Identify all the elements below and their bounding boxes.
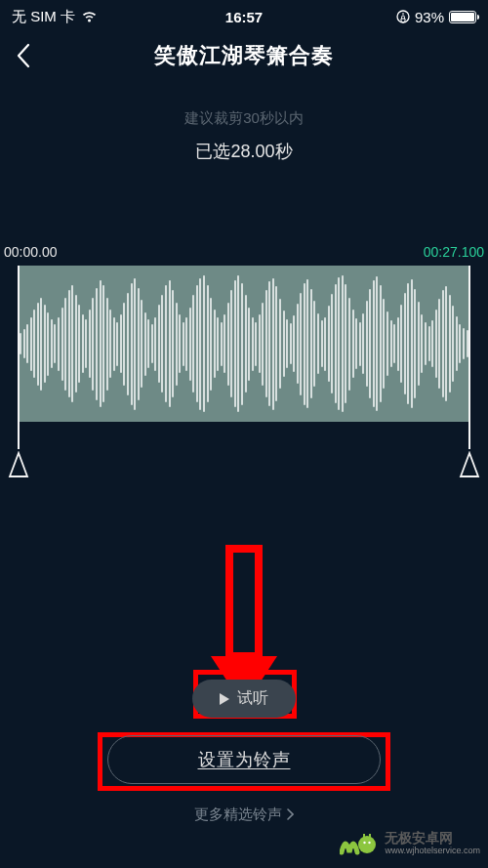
page-title: 笑傲江湖琴箫合奏 [154,41,334,70]
status-time: 16:57 [225,9,263,25]
watermark-cn: 无极安卓网 [385,831,480,846]
svg-rect-3 [363,834,365,839]
controls-area: 试听 设置为铃声 更多精选铃声 [0,680,488,824]
audio-editor: 00:00.00 00:27.100 [0,266,488,422]
status-left-group: 无 SIM 卡 [12,8,98,26]
battery-icon [449,11,476,23]
wifi-icon [81,11,98,23]
carrier-text: 无 SIM 卡 [12,8,75,26]
chevron-right-icon [286,806,294,823]
set-ringtone-button[interactable]: 设置为铃声 [107,735,381,784]
timeline-start: 00:00.00 [4,244,58,260]
selected-duration: 已选28.00秒 [0,140,488,163]
status-bar: 无 SIM 卡 16:57 93% [0,0,488,27]
rotation-lock-icon [396,10,410,23]
svg-rect-1 [229,549,259,656]
status-right-group: 93% [396,9,476,25]
preview-label: 试听 [237,688,268,709]
watermark: 无极安卓网 www.wjhotelservice.com [340,829,480,858]
trim-handle-left[interactable] [18,266,20,449]
svg-point-2 [358,836,376,853]
svg-point-0 [397,11,409,22]
watermark-url: www.wjhotelservice.com [385,847,480,856]
play-icon [220,693,229,705]
trim-hint: 建议裁剪30秒以内 [0,109,488,128]
watermark-text-group: 无极安卓网 www.wjhotelservice.com [385,831,480,855]
waveform[interactable] [18,266,470,422]
battery-pct: 93% [415,9,444,25]
svg-point-5 [364,842,366,844]
more-label: 更多精选铃声 [194,806,282,824]
more-ringtones-link[interactable]: 更多精选铃声 [194,806,294,824]
svg-rect-4 [369,834,371,839]
header-bar: 笑傲江湖琴箫合奏 [0,31,488,80]
svg-point-6 [369,842,371,844]
timeline-end: 00:27.100 [424,244,484,260]
preview-button[interactable]: 试听 [192,680,296,718]
trim-handle-right[interactable] [468,266,470,449]
watermark-logo [340,829,379,858]
back-button[interactable] [16,43,31,68]
